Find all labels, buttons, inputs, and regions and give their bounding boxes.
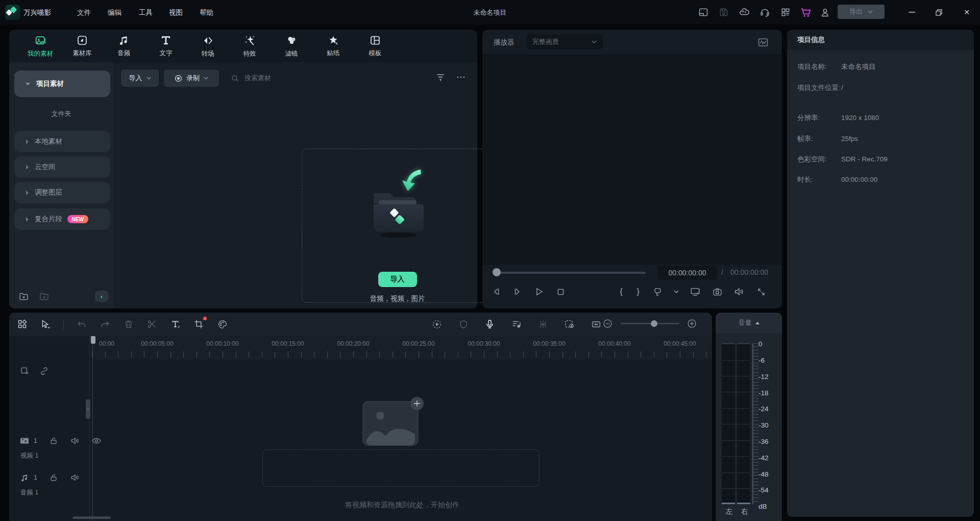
search-input[interactable]: 搜索素材 <box>231 69 271 87</box>
restore-button[interactable] <box>934 7 944 17</box>
timeline-hint-text: 将视频和资源拖拽到此处，开始创作 <box>203 501 601 510</box>
crop-tool-icon[interactable] <box>193 318 205 330</box>
chevron-down-icon[interactable] <box>674 290 679 293</box>
tab-label: 我的素材 <box>28 50 53 58</box>
ruler-ticks <box>92 351 712 358</box>
player-viewport[interactable] <box>482 54 782 265</box>
more-options-icon[interactable]: ⋯ <box>456 69 469 85</box>
volume-header[interactable]: 音量 <box>716 313 782 333</box>
color-palette-icon[interactable] <box>216 318 228 330</box>
text-tool-icon[interactable] <box>169 318 181 330</box>
tab-stickers[interactable]: 贴纸 <box>312 30 354 62</box>
lock-track-icon[interactable] <box>48 436 59 446</box>
db-unit-label: dB <box>758 503 777 510</box>
timeline-dropzone[interactable] <box>262 449 540 487</box>
shopping-cart-icon[interactable] <box>799 6 812 18</box>
sidebar-item-project-media[interactable]: 项目素材 <box>14 70 110 97</box>
collapse-sidebar-button[interactable]: ‹ <box>95 291 108 302</box>
previous-frame-icon[interactable] <box>491 286 502 297</box>
delete-folder-icon[interactable] <box>38 290 50 302</box>
transport-controls-right: { } <box>618 286 767 297</box>
sidebar-item-cloud-space[interactable]: 云空间 <box>14 156 110 178</box>
zoom-slider-handle[interactable] <box>651 320 657 327</box>
seek-bar[interactable] <box>496 272 646 274</box>
shield-icon[interactable] <box>457 318 469 330</box>
export-button[interactable]: 导出 <box>838 5 885 19</box>
info-value: 00:00:00:00 <box>841 175 877 184</box>
timeline-horizontal-scrollbar[interactable] <box>72 516 111 519</box>
tab-effects[interactable]: 特效 <box>229 30 271 62</box>
current-timecode[interactable]: 00:00:00:00 <box>657 266 717 280</box>
support-headset-icon[interactable] <box>758 6 771 18</box>
render-preview-icon[interactable] <box>431 318 443 330</box>
detach-split-icon[interactable] <box>537 318 549 330</box>
zoom-in-icon[interactable] <box>687 318 697 329</box>
screen-record-icon[interactable] <box>564 318 575 330</box>
user-account-icon[interactable] <box>819 6 831 18</box>
new-folder-icon[interactable] <box>17 290 30 302</box>
snapshot-camera-icon[interactable] <box>712 286 723 297</box>
timeline-zoom-slider[interactable] <box>620 323 679 324</box>
mute-track-icon[interactable] <box>70 472 80 483</box>
fullscreen-icon[interactable] <box>755 286 767 297</box>
track-header-collapse-handle[interactable]: ‹ <box>86 399 90 419</box>
marker-icon[interactable] <box>652 286 663 297</box>
tab-filters[interactable]: 滤镜 <box>271 30 312 62</box>
close-button[interactable]: ✕ <box>962 7 972 17</box>
seek-handle[interactable] <box>493 268 501 276</box>
tab-audio[interactable]: 音频 <box>103 30 145 62</box>
sidebar-item-compound-clip[interactable]: 复合片段 NEW <box>14 208 110 230</box>
import-dropzone[interactable]: 导入 音频，视频，图片 <box>302 149 493 303</box>
layout-grid-icon[interactable] <box>779 6 792 18</box>
tab-templates[interactable]: 模板 <box>354 30 396 62</box>
text-icon <box>160 34 172 46</box>
left-channel-label: 左 <box>726 507 733 516</box>
new-badge: NEW <box>67 215 88 223</box>
undo-icon[interactable] <box>76 318 87 330</box>
scopes-icon[interactable] <box>756 36 770 49</box>
auto-ripple-icon[interactable] <box>590 318 602 330</box>
sidebar-item-local-media[interactable]: 本地素材 <box>14 131 110 152</box>
record-dropdown-button[interactable]: 录制 <box>164 69 219 87</box>
filter-funnel-icon[interactable] <box>435 72 446 83</box>
play-icon[interactable] <box>533 286 545 297</box>
mute-track-icon[interactable] <box>70 436 80 446</box>
mute-speaker-icon[interactable] <box>733 286 745 297</box>
mark-in-icon[interactable]: { <box>618 287 624 297</box>
split-scissors-icon[interactable] <box>146 318 158 330</box>
playhead-line[interactable] <box>92 336 93 521</box>
tab-text[interactable]: 文字 <box>145 30 187 62</box>
voiceover-mic-icon[interactable] <box>484 318 496 330</box>
redo-icon[interactable] <box>99 318 111 330</box>
tab-transition[interactable]: 转场 <box>187 30 229 62</box>
mark-out-icon[interactable]: } <box>635 287 641 297</box>
playhead-handle[interactable] <box>91 336 95 344</box>
pointer-tool-icon[interactable] <box>40 318 52 330</box>
cloud-sync-icon[interactable] <box>738 6 750 18</box>
hide-track-eye-icon[interactable] <box>91 436 102 446</box>
tab-stock-media[interactable]: 素材库 <box>61 30 103 62</box>
zoom-out-icon[interactable] <box>602 318 613 329</box>
playback-quality-dropdown[interactable]: 完整画质 <box>526 34 603 50</box>
audio-mixer-icon[interactable] <box>510 318 522 330</box>
lock-track-icon[interactable] <box>48 472 59 483</box>
track-manager-icon[interactable] <box>16 318 28 330</box>
stop-icon[interactable] <box>555 286 566 297</box>
secondary-display-icon[interactable] <box>690 286 701 297</box>
sidebar-item-adjustment-layer[interactable]: 调整图层 <box>14 182 110 203</box>
import-dropdown-button[interactable]: 导入 <box>121 69 159 87</box>
volume-title: 音量 <box>739 318 752 327</box>
media-placeholder-icon <box>362 396 425 447</box>
db-label: -42 <box>758 454 777 462</box>
sidebar-item-label: 云空间 <box>35 162 56 172</box>
timeline-ruler[interactable]: 00:00 00:00:05:00 00:00:10:00 00:00:15:0… <box>92 336 712 360</box>
minimize-button[interactable] <box>906 7 917 17</box>
import-button[interactable]: 导入 <box>378 272 417 287</box>
link-clips-icon[interactable] <box>39 366 49 376</box>
save-icon[interactable] <box>718 6 730 18</box>
workspace-layout-icon[interactable] <box>697 6 709 18</box>
next-frame-icon[interactable] <box>512 286 523 297</box>
add-to-timeline-icon[interactable] <box>19 366 30 376</box>
delete-icon[interactable] <box>122 318 134 330</box>
tab-my-media[interactable]: 我的素材 <box>19 30 61 62</box>
